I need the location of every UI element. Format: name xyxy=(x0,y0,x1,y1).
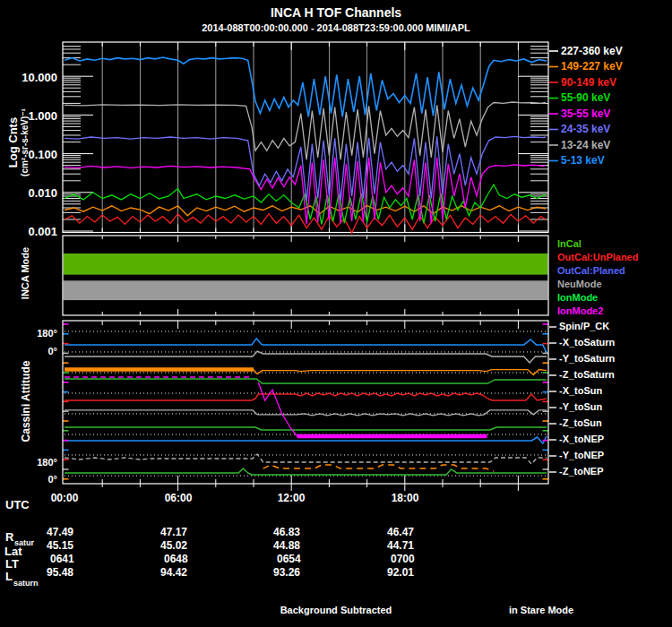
eph-lt-2: 0654 xyxy=(277,553,341,565)
row-label-lat: Lat xyxy=(4,545,22,558)
att-y-0-bot: 0° xyxy=(0,474,57,485)
legend-att-z-saturn: -Z_toSaturn xyxy=(559,369,615,380)
eph-r-1: 47.17 xyxy=(160,526,225,538)
legend-channel-5-13: 5-13 keV xyxy=(561,154,605,167)
y-tick-0p1: 0.100 xyxy=(0,148,57,161)
eph-lt-3: 0700 xyxy=(391,553,455,565)
legend-mode-incal: InCal xyxy=(557,238,582,249)
eph-lat-3: 44.71 xyxy=(387,539,452,552)
legend-channel-90-149: 90-149 keV xyxy=(561,76,616,89)
legend-channel-24-35: 24-35 keV xyxy=(561,123,610,135)
footer-stare-mode: in Stare Mode xyxy=(509,605,573,615)
eph-l-2: 93.26 xyxy=(273,566,338,579)
eph-lt-1: 0648 xyxy=(164,553,228,565)
x-tick-0600: 06:00 xyxy=(151,492,205,504)
legend-att-z-nep: -Z_toNEP xyxy=(559,466,604,477)
eph-lat-0: 45.15 xyxy=(47,539,111,552)
x-tick-0000: 00:00 xyxy=(38,492,91,504)
legend-att-y-nep: -Y_toNEP xyxy=(559,450,604,460)
legend-channel-149-227: 149-227 keV xyxy=(561,60,623,73)
legend-mode-ionmode: IonMode xyxy=(557,292,598,303)
legend-channel-55-90: 55-90 keV xyxy=(561,91,610,104)
y-tick-10: 10.000 xyxy=(0,71,57,84)
x-tick-1800: 18:00 xyxy=(378,492,432,504)
att-y-180-bot: 180° xyxy=(0,457,57,468)
eph-l-0: 95.48 xyxy=(47,566,111,579)
y-tick-1: 1.000 xyxy=(0,109,57,123)
eph-r-3: 46.47 xyxy=(387,526,452,538)
legend-channel-35-55: 35-55 keV xyxy=(561,107,610,120)
legend-att-y-saturn: -Y_toSaturn xyxy=(559,353,615,364)
time-range-subtitle: 2014-088T00:00:00.000 - 2014-088T23:59:0… xyxy=(0,22,672,33)
legend-channel-227-360: 227-360 keV xyxy=(561,45,623,57)
y-tick-0p01: 0.010 xyxy=(0,186,57,200)
row-label-l: L xyxy=(5,570,13,583)
page-title: INCA H TOF Channels xyxy=(0,5,672,20)
legend-att-x-sun: -X_toSun xyxy=(559,385,602,396)
legend-att-spin: Spin/P_CK xyxy=(559,321,609,331)
row-label-r: R xyxy=(5,530,13,544)
footer-background-subtracted: Background Subtracted xyxy=(251,605,421,615)
legend-mode-outcal-unplaned: OutCal:UnPlaned xyxy=(557,252,638,262)
eph-l-1: 94.42 xyxy=(160,566,225,579)
eph-r-2: 46.83 xyxy=(273,526,338,538)
eph-lat-1: 45.02 xyxy=(160,539,225,552)
row-label-lt: LT xyxy=(5,557,19,571)
eph-lat-2: 44.88 xyxy=(273,539,338,552)
eph-lt-0: 0641 xyxy=(50,553,115,565)
legend-mode-outcal-planed: OutCal:Planed xyxy=(557,265,625,276)
att-y-180-top: 180° xyxy=(0,328,57,339)
legend-att-x-saturn: -X_toSaturn xyxy=(559,337,615,348)
legend-mode-ionmode2: IonMode2 xyxy=(557,305,603,316)
eph-r-0: 47.49 xyxy=(47,526,111,538)
row-label-l-sub: saturn xyxy=(13,579,39,588)
att-y-0-top: 0° xyxy=(0,346,57,356)
eph-l-3: 92.01 xyxy=(387,566,452,579)
legend-mode-neumode: NeuMode xyxy=(557,279,602,289)
inca-plot-page: INCA H TOF Channels 2014-088T00:00:00.00… xyxy=(0,0,672,627)
legend-channel-13-24: 13-24 keV xyxy=(561,139,610,151)
x-tick-1200: 12:00 xyxy=(264,492,318,504)
y-tick-0p001: 0.001 xyxy=(0,225,57,238)
legend-att-y-sun: -Y_toSun xyxy=(559,401,602,412)
legend-att-x-nep: -X_toNEP xyxy=(559,434,604,444)
utc-axis-label: UTC xyxy=(5,498,30,511)
legend-att-z-sun: -Z_toSun xyxy=(559,417,602,428)
